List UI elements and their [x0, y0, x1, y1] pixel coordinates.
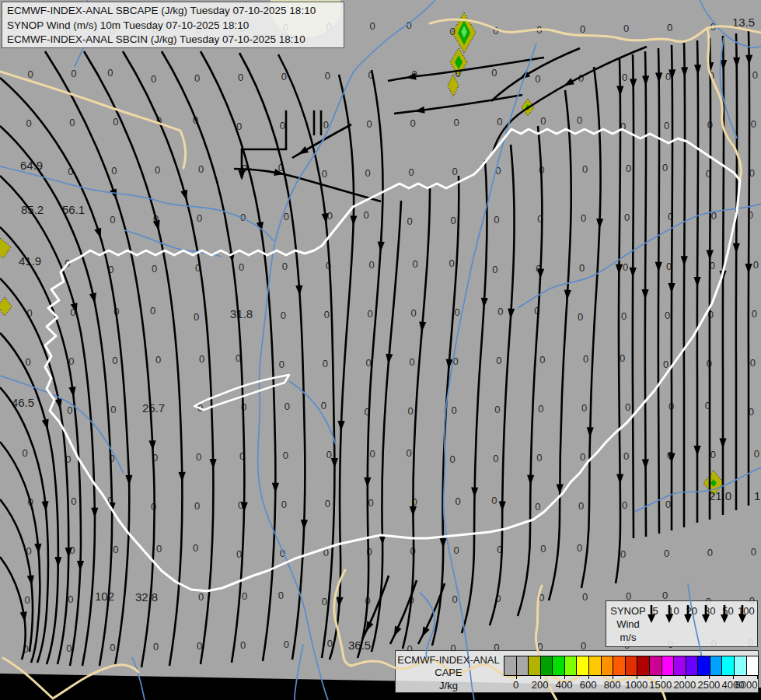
- streamline-arrowhead-icon: [405, 73, 416, 82]
- streamline-arrowhead-icon: [71, 303, 80, 314]
- zero-value-label: 0: [110, 642, 115, 653]
- station-value-label: 31.8: [230, 307, 253, 320]
- zero-value-label: 0: [238, 72, 243, 83]
- streamline-arrowhead-icon: [272, 483, 279, 493]
- zero-value-label: 0: [152, 451, 158, 463]
- zero-value-label: 0: [239, 450, 245, 461]
- zero-value-label: 0: [449, 257, 454, 268]
- zero-value-label: 0: [193, 114, 198, 126]
- zero-value-label: 0: [623, 261, 628, 272]
- zero-value-label: 0: [751, 118, 756, 130]
- zero-value-label: 0: [623, 450, 629, 461]
- streamline-arrowhead-icon: [89, 292, 99, 304]
- streamline-arrowhead-icon: [707, 250, 714, 261]
- station-value-label: 21.0: [709, 489, 731, 502]
- cape-color-cell: [721, 656, 734, 675]
- wind-scale-item: 10: [664, 604, 682, 617]
- zero-value-label: 0: [539, 353, 545, 365]
- zero-value-label: 0: [113, 305, 119, 317]
- zero-value-label: 0: [107, 495, 113, 506]
- wind-streamline: [645, 51, 646, 537]
- zero-value-label: 0: [68, 593, 73, 605]
- zero-value-label: 0: [71, 68, 76, 79]
- streamline-arrowhead-icon: [655, 72, 662, 82]
- wind-streamline: [403, 188, 430, 649]
- wind-streamline: [723, 36, 724, 515]
- zero-value-label: 0: [455, 495, 460, 507]
- zero-value-label: 0: [278, 590, 284, 601]
- wind-streamline: [462, 160, 487, 633]
- cape-color-cell: [613, 656, 625, 675]
- zero-value-label: 0: [280, 548, 285, 559]
- zero-value-label: 0: [621, 310, 627, 321]
- weather-map: 13.564.985.256.141.946.525.731.810232.83…: [0, 0, 761, 700]
- streamline-arrowhead-icon: [54, 557, 61, 567]
- station-labels-layer: 13.564.985.256.141.946.525.731.810232.83…: [0, 0, 761, 700]
- zero-value-label: 0: [622, 72, 627, 83]
- zero-value-label: 0: [582, 591, 588, 603]
- zero-value-label: 0: [240, 639, 246, 651]
- zero-value-label: 0: [580, 450, 585, 462]
- zero-value-label: 0: [152, 262, 157, 274]
- streamline-arrowhead-icon: [471, 487, 478, 497]
- zero-value-label: 0: [408, 166, 414, 178]
- zero-value-label: 0: [284, 639, 289, 650]
- zero-value-label: 0: [107, 67, 113, 79]
- streamline-arrowhead-icon: [179, 472, 186, 482]
- zero-value-label: 0: [368, 307, 373, 319]
- zero-value-label: 0: [327, 210, 333, 222]
- zero-value-label: 0: [323, 357, 328, 369]
- zero-value-label: 0: [326, 448, 332, 460]
- wind-streamline: [394, 95, 522, 114]
- wind-streamline: [292, 124, 351, 158]
- wind-streamline: [418, 583, 445, 644]
- streamline-arrowhead-icon: [694, 65, 701, 75]
- zero-value-label: 0: [198, 163, 204, 175]
- zero-value-label: 0: [705, 399, 710, 411]
- zero-value-label: 0: [581, 212, 586, 224]
- zero-value-label: 0: [24, 594, 30, 606]
- zero-value-label: 0: [321, 399, 326, 411]
- zero-value-label: 0: [710, 448, 716, 460]
- cape-tick-label: 200: [532, 679, 549, 691]
- streamline-arrowhead-icon: [379, 535, 386, 545]
- zero-value-label: 0: [242, 590, 247, 602]
- streamline-arrowhead-icon: [65, 548, 72, 558]
- zero-value-label: 0: [407, 215, 412, 227]
- wind-streamline: [518, 126, 542, 616]
- wind-streamline: [84, 51, 182, 666]
- streamline-arrowhead-icon: [616, 86, 623, 96]
- zero-value-label: 0: [707, 357, 712, 369]
- zero-value-label: 0: [241, 401, 246, 412]
- zero-value-label: 0: [665, 499, 671, 510]
- down-arrow-icon: [719, 604, 730, 624]
- lake-balaton-outline: [194, 375, 289, 410]
- zero-value-label: 0: [366, 356, 372, 368]
- station-value-label: 32.8: [135, 590, 158, 604]
- zero-value-label: 0: [453, 117, 459, 128]
- zero-value-label: 0: [624, 212, 630, 223]
- streamline-arrowhead-icon: [439, 538, 446, 548]
- zero-value-label: 0: [199, 352, 204, 364]
- streamline-arrowhead-icon: [668, 283, 675, 293]
- streamline-arrowhead-icon: [536, 268, 544, 278]
- streamline-arrowhead-icon: [719, 271, 726, 281]
- zero-value-label: 0: [449, 26, 455, 37]
- zero-value-label: 0: [195, 261, 201, 273]
- zero-value-label: 0: [626, 163, 631, 174]
- zero-value-label: 0: [540, 115, 546, 127]
- cape-legend-subtitle: CAPE: [396, 667, 501, 678]
- cape-tick-label: 0: [513, 679, 518, 691]
- zero-value-label: 0: [194, 500, 200, 512]
- down-arrow-icon: [682, 604, 693, 624]
- zero-value-label: 0: [748, 209, 753, 221]
- zero-value-label: 0: [708, 308, 714, 320]
- zero-value-label: 0: [451, 404, 456, 415]
- streamline-arrowhead-icon: [562, 78, 574, 89]
- streamline-arrowhead-icon: [336, 597, 344, 607]
- zero-value-label: 0: [452, 593, 457, 605]
- wind-streamline: [239, 53, 305, 660]
- zero-value-label: 0: [26, 306, 32, 318]
- cape-color-cell: [552, 656, 564, 675]
- zero-value-label: 0: [497, 116, 502, 128]
